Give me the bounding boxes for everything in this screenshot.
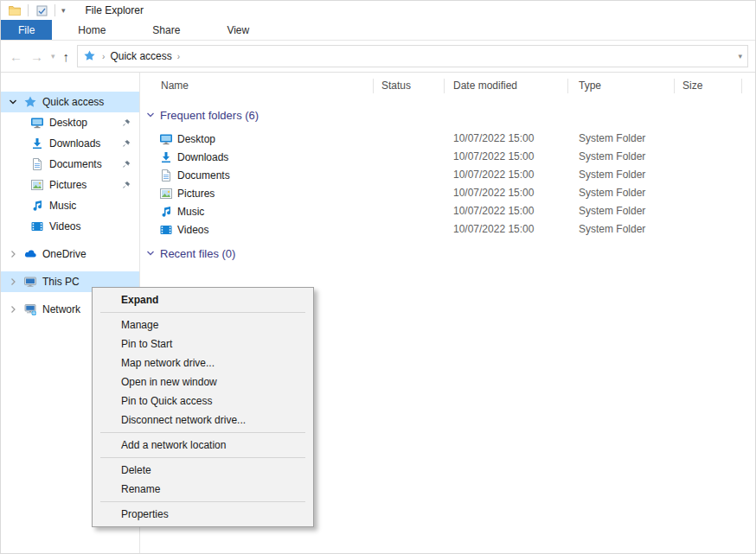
- up-button[interactable]: ↑: [63, 50, 70, 63]
- file-type: System Folder: [579, 150, 645, 162]
- menu-separator: [100, 312, 305, 313]
- chevron-right-icon[interactable]: [8, 249, 18, 259]
- sidebar-item-pictures[interactable]: Pictures: [1, 175, 139, 195]
- file-date-modified: 10/07/2022 15:00: [453, 187, 534, 199]
- sidebar-item-label: OneDrive: [42, 248, 86, 260]
- column-separator[interactable]: [444, 79, 445, 93]
- sidebar-item-label: Videos: [49, 220, 80, 232]
- file-explorer-window: ▾ File Explorer File Home Share View ← →…: [0, 0, 756, 554]
- group-collapse-chevron-icon: [145, 248, 156, 258]
- sidebar-item-quick-access[interactable]: Quick access: [1, 92, 139, 112]
- column-header-type[interactable]: Type: [579, 80, 601, 92]
- tab-view[interactable]: View: [213, 20, 263, 40]
- downloads-icon: [30, 137, 44, 150]
- sidebar-item-music[interactable]: Music: [1, 195, 139, 216]
- menu-item-open-in-new-window[interactable]: Open in new window: [93, 373, 313, 392]
- sidebar-item-downloads[interactable]: Downloads: [1, 133, 139, 154]
- sidebar-item-desktop[interactable]: Desktop: [1, 112, 139, 133]
- column-separator[interactable]: [741, 79, 742, 93]
- address-box[interactable]: › Quick access › ▾: [77, 45, 748, 67]
- pin-icon: [120, 138, 131, 150]
- music-icon: [30, 199, 44, 213]
- onedrive-cloud-icon: [23, 247, 37, 261]
- sidebar-item-label: Documents: [49, 158, 102, 170]
- file-name: Music: [177, 206, 204, 218]
- group-header-label: Recent files (0): [160, 247, 235, 260]
- documents-icon: [30, 157, 44, 171]
- menu-item-add-a-network-location[interactable]: Add a network location: [93, 436, 313, 455]
- group-collapse-chevron-icon: [145, 110, 156, 120]
- breadcrumb-chevron-icon[interactable]: ›: [177, 52, 180, 61]
- sidebar-item-label: Desktop: [49, 117, 87, 129]
- menu-item-map-network-drive[interactable]: Map network drive...: [93, 353, 313, 373]
- menu-item-manage[interactable]: Manage: [93, 315, 313, 334]
- file-name: Downloads: [177, 151, 228, 163]
- ribbon-tab-bar: File Home Share View: [1, 20, 755, 41]
- menu-item-rename[interactable]: Rename: [93, 480, 313, 499]
- videos-icon: [159, 223, 173, 237]
- column-separator[interactable]: [373, 79, 374, 93]
- customize-toolbar-chevron-icon[interactable]: ▾: [61, 6, 66, 15]
- column-separator[interactable]: [674, 79, 675, 93]
- chevron-right-icon[interactable]: [8, 304, 18, 315]
- file-type: System Folder: [579, 223, 645, 235]
- back-button[interactable]: ←: [10, 50, 22, 63]
- file-row-videos[interactable]: Videos 10/07/2022 15:00 System Folder: [140, 220, 755, 239]
- column-header-date-modified[interactable]: Date modified: [453, 80, 517, 92]
- file-type: System Folder: [579, 132, 645, 144]
- group-header-frequent-folders[interactable]: Frequent folders (6): [145, 105, 755, 124]
- column-header-status[interactable]: Status: [381, 80, 411, 92]
- sidebar-item-label: Downloads: [49, 137, 100, 150]
- menu-item-pin-to-quick-access[interactable]: Pin to Quick access: [93, 392, 313, 411]
- file-type: System Folder: [579, 205, 645, 217]
- forward-button[interactable]: →: [30, 50, 43, 63]
- file-date-modified: 10/07/2022 15:00: [453, 169, 534, 181]
- quick-access-toolbar-button[interactable]: [35, 3, 48, 17]
- file-type: System Folder: [579, 169, 645, 181]
- menu-separator: [100, 457, 305, 458]
- file-name: Videos: [177, 224, 208, 236]
- group-header-label: Frequent folders (6): [160, 109, 259, 122]
- chevron-down-icon[interactable]: [8, 97, 18, 107]
- file-row-downloads[interactable]: Downloads 10/07/2022 15:00 System Folder: [140, 148, 755, 166]
- file-row-music[interactable]: Music 10/07/2022 15:00 System Folder: [140, 202, 755, 220]
- menu-item-delete[interactable]: Delete: [93, 461, 313, 480]
- sidebar-item-documents[interactable]: Documents: [1, 154, 139, 175]
- file-row-pictures[interactable]: Pictures 10/07/2022 15:00 System Folder: [140, 184, 755, 202]
- chevron-right-icon[interactable]: [8, 277, 18, 287]
- app-folder-icon[interactable]: [8, 3, 22, 17]
- file-row-documents[interactable]: Documents 10/07/2022 15:00 System Folder: [140, 166, 755, 184]
- breadcrumb-chevron-icon[interactable]: ›: [102, 52, 105, 61]
- address-dropdown-icon[interactable]: ▾: [738, 52, 742, 60]
- sidebar-item-label: Network: [42, 303, 80, 315]
- file-name: Desktop: [177, 133, 215, 145]
- menu-item-properties[interactable]: Properties: [93, 505, 313, 524]
- file-date-modified: 10/07/2022 15:00: [453, 205, 534, 217]
- breadcrumb[interactable]: Quick access: [110, 50, 171, 62]
- toolbar-separator: [28, 4, 29, 16]
- column-header-size[interactable]: Size: [682, 80, 702, 92]
- menu-item-expand[interactable]: Expand: [93, 290, 313, 309]
- tab-home[interactable]: Home: [64, 20, 119, 40]
- column-header-row: Name Status Date modified Type Size: [140, 73, 755, 99]
- title-bar: ▾ File Explorer: [1, 1, 755, 20]
- menu-item-pin-to-start[interactable]: Pin to Start: [93, 334, 313, 353]
- file-date-modified: 10/07/2022 15:00: [453, 150, 534, 162]
- documents-icon: [159, 169, 173, 182]
- recent-locations-chevron-icon[interactable]: ▾: [51, 52, 55, 60]
- column-separator[interactable]: [567, 79, 568, 93]
- downloads-icon: [159, 150, 173, 164]
- sidebar-item-videos[interactable]: Videos: [1, 216, 139, 237]
- file-date-modified: 10/07/2022 15:00: [453, 223, 534, 235]
- tab-share[interactable]: Share: [138, 20, 194, 40]
- file-row-desktop[interactable]: Desktop 10/07/2022 15:00 System Folder: [140, 130, 755, 148]
- sidebar-item-label: Pictures: [49, 179, 86, 191]
- tab-file[interactable]: File: [1, 20, 52, 40]
- menu-item-disconnect-network-drive[interactable]: Disconnect network drive...: [93, 411, 313, 430]
- address-bar: ← → ▾ ↑ › Quick access › ▾: [1, 41, 755, 73]
- group-header-recent-files[interactable]: Recent files (0): [145, 244, 755, 263]
- sidebar-item-label: This PC: [42, 276, 80, 288]
- column-header-name[interactable]: Name: [161, 80, 189, 92]
- desktop-icon: [30, 116, 44, 130]
- sidebar-item-onedrive[interactable]: OneDrive: [1, 244, 139, 264]
